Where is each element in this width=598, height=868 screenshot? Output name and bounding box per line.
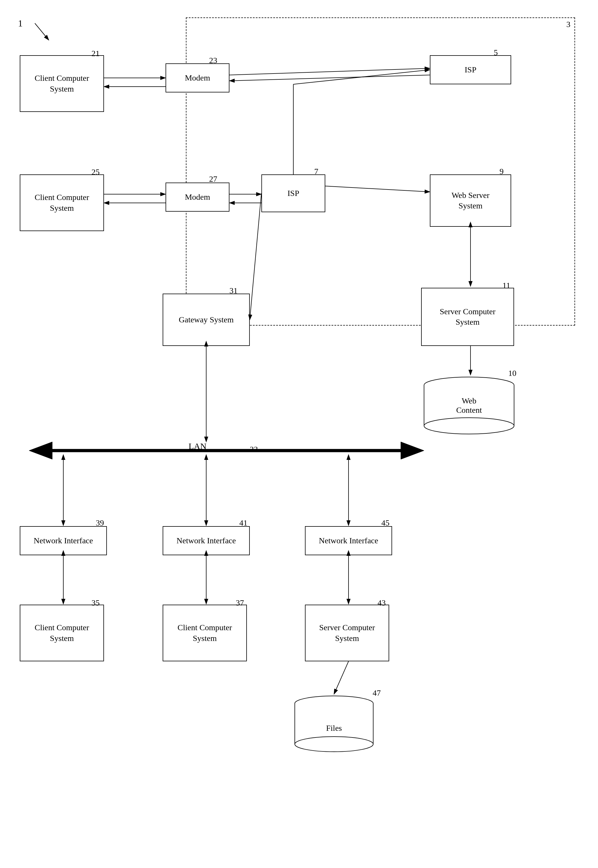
box-webserver9: Web ServerSystem [430,174,511,227]
figure-ref-1: 1 [18,18,22,29]
ref-45: 45 [381,518,389,528]
ref-27: 27 [209,174,217,184]
box-gateway31: Gateway System [163,294,250,346]
cylinder-files47: Files [290,695,378,753]
ref-39: 39 [96,518,104,528]
box-isp7: ISP [262,174,325,212]
dashed-region-3 [186,18,575,325]
svg-line-38 [35,23,49,40]
box-modem23: Modem [166,63,229,93]
box-netint45: Network Interface [305,526,392,555]
box-client21: Client ComputerSystem [20,55,104,112]
box-netint39: Network Interface [20,526,107,555]
ref-21: 21 [91,49,100,58]
ref-31: 31 [229,286,238,295]
ref-10: 10 [508,369,516,378]
ref-5: 5 [494,48,498,57]
svg-point-9 [295,737,373,752]
ref-7: 7 [314,167,318,176]
svg-text:LAN: LAN [188,441,206,451]
ref-11: 11 [502,281,510,290]
ref-25: 25 [91,168,100,177]
ref-33: 33 [250,445,258,454]
ref-37: 37 [236,598,244,607]
ref-35: 35 [91,598,100,607]
ref-41: 41 [239,518,247,528]
box-client37: Client ComputerSystem [163,605,247,661]
box-isp5: ISP [430,55,511,84]
svg-point-4 [424,418,514,434]
diagram: 1 3 ISP 5 Client ComputerSystem 21 Modem… [0,0,598,868]
box-modem27: Modem [166,183,229,211]
ref-3: 3 [567,20,570,29]
cylinder-webcontent10: WebContent [420,376,519,435]
ref-43: 43 [378,598,386,607]
box-netint41: Network Interface [163,526,250,555]
box-servercomp11: Server ComputerSystem [421,288,514,346]
box-client35: Client ComputerSystem [20,605,104,661]
box-servercomp43: Server ComputerSystem [305,605,389,661]
svg-marker-29 [29,442,424,459]
ref-47: 47 [372,688,381,698]
svg-line-37 [334,661,348,694]
ref-23: 23 [209,56,217,65]
box-client25: Client ComputerSystem [20,174,104,231]
ref-9: 9 [499,167,504,176]
